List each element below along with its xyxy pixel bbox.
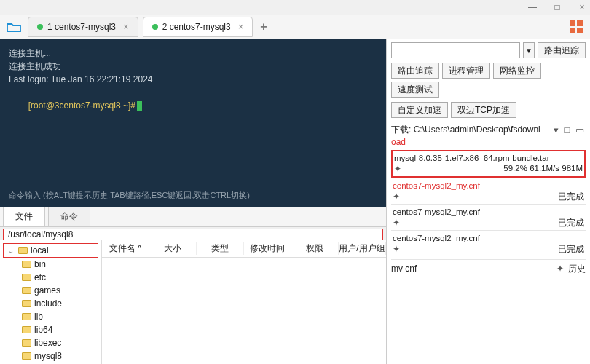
tree-item[interactable]: include xyxy=(0,297,101,310)
add-tab-button[interactable]: + xyxy=(260,20,267,33)
folder-icon xyxy=(22,326,31,333)
window-titlebar: — □ × xyxy=(0,0,590,15)
close-window-button[interactable]: × xyxy=(577,2,587,12)
btn-process[interactable]: 进程管理 xyxy=(442,63,490,79)
bottom-tabs: 文件 命令 xyxy=(0,207,386,227)
upload-arrow-icon: ✦ xyxy=(393,244,400,255)
btn-tcp-accel[interactable]: 双边TCP加速 xyxy=(451,102,516,118)
status-dot-icon xyxy=(37,24,43,30)
dropdown-arrow-icon[interactable]: ▼ xyxy=(523,42,535,58)
terminal-line: Last login: Tue Jan 16 22:21:19 2024 xyxy=(9,73,377,86)
btn-custom-accel[interactable]: 自定义加速 xyxy=(391,102,448,118)
download-status: 已完成 xyxy=(558,244,584,255)
tab-label: 2 centos7-mysql3 xyxy=(162,22,231,32)
history-row[interactable]: mv cnf ✦ 历史 xyxy=(391,259,586,275)
download-status: 已完成 xyxy=(558,218,584,229)
right-panel: ▼ 路由追踪 路由追踪 进程管理 网络监控 速度测试 自定义加速 双边TCP加速… xyxy=(386,39,590,364)
download-filename: centos7-mysql2_my.cnf xyxy=(393,234,584,242)
tree-item[interactable]: bin xyxy=(0,258,101,271)
upload-arrow-icon: ✦ xyxy=(394,164,401,174)
history-more: mv cnf xyxy=(391,264,552,274)
cursor-icon xyxy=(137,101,142,111)
tree-item[interactable]: lib64 xyxy=(0,323,101,336)
btn-speedtest[interactable]: 速度测试 xyxy=(391,82,439,98)
open-folder-icon[interactable] xyxy=(4,19,23,35)
tree-label: local xyxy=(31,245,49,256)
folder-icon xyxy=(22,261,31,268)
path-input[interactable]: /usr/local/mysql8 xyxy=(3,229,383,240)
file-list-header: 文件名 ^ 大小 类型 修改时间 权限 用户/用户组 xyxy=(102,240,386,258)
file-browser: ⌄ local bin etc games include lib lib64 … xyxy=(0,240,386,364)
tree-root-local[interactable]: ⌄ local xyxy=(3,243,98,258)
col-type[interactable]: 类型 xyxy=(197,242,244,255)
download-filename: centos7-mysql2_my.cnf xyxy=(393,181,584,190)
download-item[interactable]: centos7-mysql2_my.cnf ✦已完成 xyxy=(391,230,586,256)
trace-route-button[interactable]: 路由追踪 xyxy=(538,42,586,58)
download-item[interactable]: centos7-mysql2_my.cnf ✦已完成 xyxy=(391,178,586,204)
tree-label: include xyxy=(34,298,62,309)
tree-item[interactable]: libexec xyxy=(0,336,101,349)
download-path-label: ▾ □ ▭ 下载: C:\Users\admin\Desktop\fsdownl… xyxy=(391,124,586,149)
tab-label: 1 centos7-mysql3 xyxy=(47,22,116,32)
upload-arrow-icon: ✦ xyxy=(393,191,400,202)
tab-commands[interactable]: 命令 xyxy=(48,206,90,226)
folder-tree: ⌄ local bin etc games include lib lib64 … xyxy=(0,240,102,364)
download-item[interactable]: centos7-mysql2_my.cnf ✦已完成 xyxy=(391,204,586,230)
command-hint: 命令输入 (按ALT键提示历史,TAB键路径,ESC键返回,双击CTRL切换) xyxy=(9,189,377,202)
folder-icon xyxy=(22,300,31,307)
btn-traceroute[interactable]: 路由追踪 xyxy=(391,63,439,79)
tree-label: mysql8 xyxy=(34,351,62,361)
tree-item[interactable]: mysql8 xyxy=(0,349,101,363)
maximize-button[interactable]: □ xyxy=(552,2,562,12)
upload-arrow-icon: ✦ xyxy=(556,264,564,274)
chevron-down-icon[interactable]: ⌄ xyxy=(8,247,15,255)
col-owner[interactable]: 用户/用户组 xyxy=(339,242,386,255)
download-stats: 59.2% 61.1M/s 981M xyxy=(503,164,583,174)
tree-item[interactable]: games xyxy=(0,284,101,297)
sort-asc-icon: ^ xyxy=(138,243,142,253)
tab-session-2[interactable]: 2 centos7-mysql3 × xyxy=(143,17,253,37)
terminal-pane[interactable]: 连接主机... 连接主机成功 Last login: Tue Jan 16 22… xyxy=(0,39,386,207)
close-tab-icon[interactable]: × xyxy=(238,21,244,32)
terminal-prompt-line: [root@3centos7-mysql8 ~]# xyxy=(9,86,377,125)
col-size[interactable]: 大小 xyxy=(149,242,197,255)
tree-item[interactable]: lib xyxy=(0,310,101,323)
col-filename[interactable]: 文件名 ^ xyxy=(102,242,149,255)
tree-item[interactable]: etc xyxy=(0,271,101,284)
tree-label: etc xyxy=(34,272,46,282)
folder-icon xyxy=(22,339,31,347)
folder-icon xyxy=(22,287,31,294)
tab-session-1[interactable]: 1 centos7-mysql3 × xyxy=(28,17,138,37)
btn-netmon[interactable]: 网络监控 xyxy=(493,63,541,79)
folder-icon xyxy=(22,352,31,360)
tree-label: lib xyxy=(34,312,43,322)
session-tabbar: 1 centos7-mysql3 × 2 centos7-mysql3 × + xyxy=(0,15,590,39)
close-tab-icon[interactable]: × xyxy=(123,21,129,32)
tree-label: libexec xyxy=(34,338,61,348)
layout-grid-icon[interactable] xyxy=(570,20,583,33)
minimize-button[interactable]: — xyxy=(527,2,538,12)
col-mtime[interactable]: 修改时间 xyxy=(244,242,291,255)
tree-label: bin xyxy=(34,259,46,269)
col-perm[interactable]: 权限 xyxy=(291,242,339,255)
download-item-active[interactable]: mysql-8.0.35-1.el7.x86_64.rpm-bundle.tar… xyxy=(391,150,586,178)
download-status: 已完成 xyxy=(558,191,584,202)
file-list: 文件名 ^ 大小 类型 修改时间 权限 用户/用户组 xyxy=(102,240,386,364)
terminal-line: 连接主机成功 xyxy=(9,60,377,73)
download-filename: centos7-mysql2_my.cnf xyxy=(393,207,584,216)
status-dot-icon xyxy=(152,24,158,30)
tab-files[interactable]: 文件 xyxy=(3,206,45,226)
terminal-line: 连接主机... xyxy=(9,47,377,60)
folder-icon xyxy=(22,313,31,320)
folder-icon xyxy=(18,247,28,254)
trace-host-input[interactable] xyxy=(391,42,520,58)
terminal-prompt: [root@3centos7-mysql8 ~]# xyxy=(28,100,135,111)
tree-label: lib64 xyxy=(34,325,52,335)
upload-arrow-icon: ✦ xyxy=(393,218,400,229)
tree-label: games xyxy=(34,285,60,296)
download-panel-icons[interactable]: ▾ □ ▭ xyxy=(554,124,586,137)
folder-icon xyxy=(22,274,31,281)
download-filename: mysql-8.0.35-1.el7.x86_64.rpm-bundle.tar xyxy=(394,154,583,162)
history-label: 历史 xyxy=(568,263,586,275)
